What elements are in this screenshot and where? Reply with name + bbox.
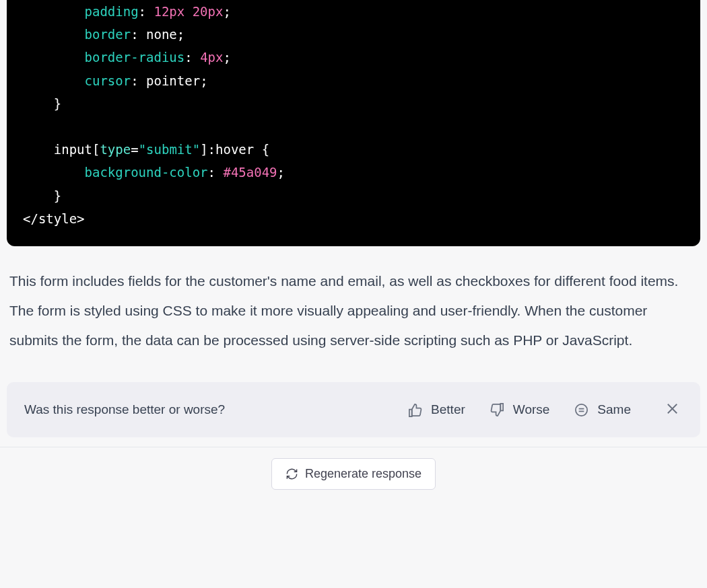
code-block: padding: 12px 20px; border: none; border… (7, 0, 700, 246)
close-icon (665, 401, 680, 416)
code-line (23, 115, 684, 138)
code-line: padding: 12px 20px; (23, 0, 684, 23)
regenerate-label: Regenerate response (305, 467, 422, 481)
code-line: background-color: #45a049; (23, 161, 684, 184)
code-line: border: none; (23, 23, 684, 46)
feedback-bar: Was this response better or worse? Bette… (7, 382, 700, 437)
same-label: Same (597, 402, 631, 417)
same-button[interactable]: Same (568, 400, 636, 420)
svg-point-0 (576, 404, 587, 416)
better-button[interactable]: Better (402, 400, 471, 420)
regenerate-icon (285, 468, 298, 480)
code-line: input[type="submit"]:hover { (23, 138, 684, 161)
close-button[interactable] (662, 398, 683, 421)
regenerate-button[interactable]: Regenerate response (271, 458, 436, 490)
equals-icon (574, 402, 589, 418)
code-line: </style> (23, 207, 684, 230)
worse-label: Worse (513, 402, 550, 417)
better-label: Better (431, 402, 465, 417)
response-description: This form includes fields for the custom… (7, 266, 700, 355)
feedback-question: Was this response better or worse? (24, 402, 389, 417)
code-line: border-radius: 4px; (23, 46, 684, 69)
code-line: } (23, 92, 684, 115)
code-line: cursor: pointer; (23, 69, 684, 92)
worse-button[interactable]: Worse (484, 400, 556, 420)
thumbs-down-icon (490, 402, 505, 418)
thumbs-up-icon (407, 402, 423, 418)
code-line: } (23, 184, 684, 207)
